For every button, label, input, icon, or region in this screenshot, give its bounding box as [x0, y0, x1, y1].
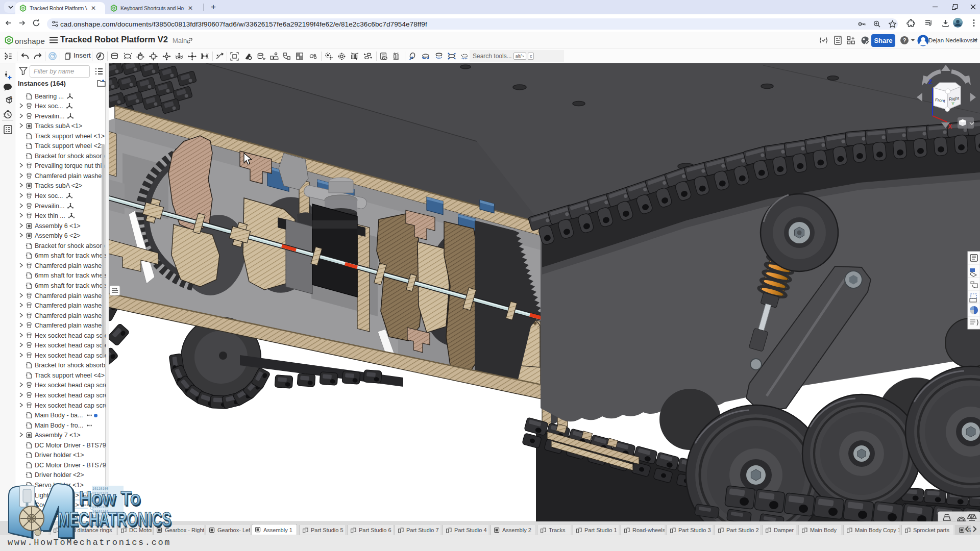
- svg-text:?: ?: [10, 96, 11, 99]
- svg-text:Y: Y: [951, 101, 954, 106]
- svg-text:X: X: [948, 123, 952, 130]
- svg-text:?: ?: [903, 37, 906, 43]
- svg-text:Z: Z: [928, 79, 932, 86]
